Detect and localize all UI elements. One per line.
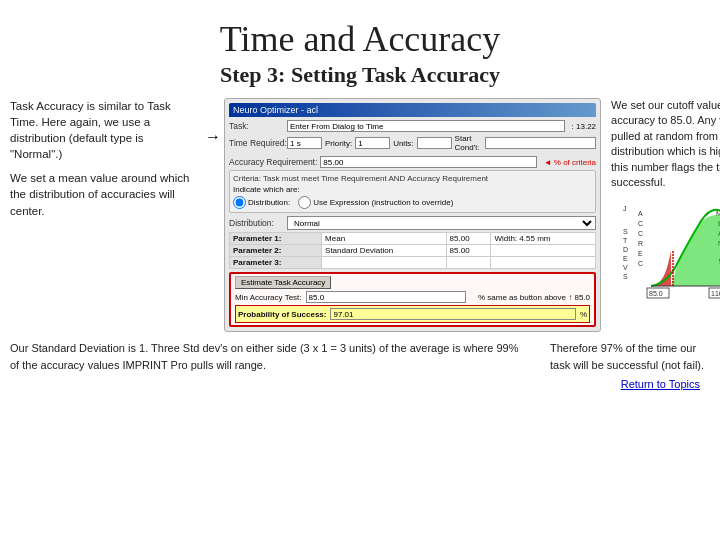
chart-container: J S T D E V S A C C R E C M E A N: [611, 196, 720, 316]
svg-text:S: S: [623, 273, 628, 280]
task-input[interactable]: [287, 120, 565, 132]
bottom-right: Therefore 97% of the time our task will …: [550, 340, 710, 373]
svg-text:E: E: [638, 250, 643, 257]
return-to-topics-link[interactable]: Return to Topics: [10, 376, 700, 393]
min-acc-label: Min Accuracy Test:: [235, 293, 302, 302]
arrow-note: % same as button above ↑ 85.0: [478, 293, 590, 302]
center-panel: Neuro Optimizer - acl Task: : 13.22 Time…: [224, 98, 601, 332]
page-title: Time and Accuracy: [0, 0, 720, 60]
priority-input[interactable]: [355, 137, 390, 149]
arrow-indicator: →: [205, 128, 221, 146]
include-text: Indicate which are:: [233, 185, 592, 194]
param3-empty1: [322, 257, 447, 269]
param2-value: 85.00: [446, 245, 491, 257]
param3-empty3: [491, 257, 596, 269]
page-subtitle: Step 3: Setting Task Accuracy: [0, 62, 720, 88]
svg-text:E: E: [623, 255, 628, 262]
param1-label: Parameter 1:: [230, 233, 322, 245]
accuracy-req-label: Accuracy Requirement:: [229, 157, 317, 167]
task-label: Task:: [229, 121, 284, 131]
bottom-left-text: Our Standard Deviation is 1. Three Std d…: [10, 342, 518, 371]
svg-text:85.0: 85.0: [649, 290, 663, 297]
left-para1: Task Accuracy is similar to Task Time. H…: [10, 98, 195, 162]
criteria-section: Criteria: Task must meet Time Requiremen…: [229, 170, 596, 213]
time-req-input[interactable]: [287, 137, 322, 149]
param1-name: Mean: [322, 233, 447, 245]
dialog-box: Neuro Optimizer - acl Task: : 13.22 Time…: [224, 98, 601, 332]
left-para2: We set a mean value around which the dis…: [10, 170, 195, 218]
criteria-text: Criteria: Task must meet Time Requiremen…: [233, 174, 592, 183]
left-panel: Task Accuracy is similar to Task Time. H…: [10, 98, 195, 332]
param2-extra: [491, 245, 596, 257]
param2-name: Standard Deviation: [322, 245, 447, 257]
bottom-left: Our Standard Deviation is 1. Three Std d…: [10, 340, 530, 373]
prob-input[interactable]: [330, 308, 575, 320]
param1-value: 85.00: [446, 233, 491, 245]
svg-text:V: V: [623, 264, 628, 271]
time-req-label: Time Required:: [229, 138, 284, 148]
svg-text:D: D: [623, 246, 628, 253]
param1-row: Parameter 1: Mean 85.00 Width: 4.55 mm: [230, 233, 596, 245]
param1-range: Width: 4.55 mm: [491, 233, 596, 245]
param-table: Parameter 1: Mean 85.00 Width: 4.55 mm P…: [229, 232, 596, 269]
bell-curve-svg: J S T D E V S A C C R E C M E A N: [611, 196, 720, 316]
svg-text:116.111: 116.111: [711, 290, 720, 297]
radio-dist[interactable]: Distribution:: [233, 196, 290, 209]
bottom-content: Our Standard Deviation is 1. Three Std d…: [0, 332, 720, 399]
dist-select[interactable]: Normal: [287, 216, 596, 230]
param3-label: Parameter 3:: [230, 257, 322, 269]
svg-text:R: R: [638, 240, 643, 247]
param3-empty2: [446, 257, 491, 269]
param2-row: Parameter 2: Standard Deviation 85.00: [230, 245, 596, 257]
right-text: We set our cutoff value for accuracy to …: [611, 98, 720, 190]
param3-row: Parameter 3:: [230, 257, 596, 269]
units-input[interactable]: [417, 137, 452, 149]
accuracy-req-input[interactable]: [320, 156, 536, 168]
svg-text:C: C: [638, 230, 643, 237]
right-panel: We set our cutoff value for accuracy to …: [611, 98, 720, 332]
param2-label: Parameter 2:: [230, 245, 322, 257]
bottom-dialog-section: Estimate Task Accuracy Min Accuracy Test…: [229, 272, 596, 327]
bottom-right-text: Therefore 97% of the time our task will …: [550, 342, 704, 371]
svg-text:A: A: [638, 210, 643, 217]
min-acc-input[interactable]: [306, 291, 466, 303]
dist-label: Distribution:: [229, 218, 284, 228]
start-input[interactable]: [485, 137, 596, 149]
radio-expr[interactable]: Use Expression (instruction to override): [298, 196, 453, 209]
dialog-titlebar: Neuro Optimizer - acl: [229, 103, 596, 117]
estimate-btn[interactable]: Estimate Task Accuracy: [235, 276, 331, 289]
svg-text:T: T: [623, 237, 628, 244]
svg-text:C: C: [638, 220, 643, 227]
prob-unit: %: [580, 310, 587, 319]
svg-text:S: S: [623, 228, 628, 235]
svg-text:C: C: [638, 260, 643, 267]
prob-label: Probability of Success:: [238, 310, 326, 319]
j-label: J: [623, 205, 627, 212]
